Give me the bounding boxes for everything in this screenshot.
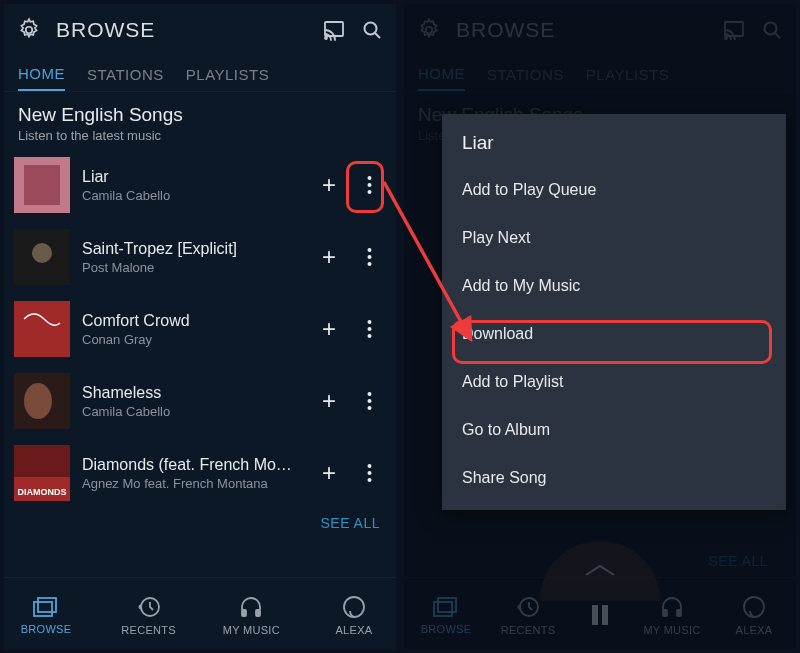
nav-recents[interactable]: RECENTS xyxy=(117,594,181,636)
more-options-button[interactable] xyxy=(352,168,386,202)
svg-point-21 xyxy=(367,392,371,396)
svg-rect-33 xyxy=(242,610,246,616)
svg-point-20 xyxy=(24,383,52,419)
context-menu-title: Liar xyxy=(442,130,786,166)
recents-icon xyxy=(136,594,162,620)
more-options-button[interactable] xyxy=(352,312,386,346)
song-meta: Comfort Crowd Conan Gray xyxy=(82,312,300,347)
topbar: BROWSE xyxy=(4,4,396,56)
svg-point-17 xyxy=(367,327,371,331)
more-options-button[interactable] xyxy=(352,456,386,490)
tab-playlists[interactable]: PLAYLISTS xyxy=(186,56,269,91)
svg-point-27 xyxy=(367,464,371,468)
svg-rect-15 xyxy=(14,301,70,357)
song-title: Liar xyxy=(82,168,300,186)
song-meta: Diamonds (feat. French Monta… Agnez Mo f… xyxy=(82,456,300,491)
tab-stations[interactable]: STATIONS xyxy=(87,56,164,91)
svg-rect-34 xyxy=(256,610,260,616)
svg-point-2 xyxy=(325,37,327,39)
song-artist: Camila Cabello xyxy=(82,404,300,419)
add-button[interactable]: + xyxy=(312,168,346,202)
svg-point-28 xyxy=(367,471,371,475)
list-item[interactable]: Comfort Crowd Conan Gray + xyxy=(4,293,396,365)
svg-line-4 xyxy=(375,33,380,38)
menu-item-add-playlist[interactable]: Add to Playlist xyxy=(442,358,786,406)
menu-item-add-queue[interactable]: Add to Play Queue xyxy=(442,166,786,214)
album-art xyxy=(14,229,70,285)
tabs: HOME STATIONS PLAYLISTS xyxy=(4,56,396,92)
svg-rect-31 xyxy=(38,598,56,612)
svg-point-9 xyxy=(367,190,371,194)
see-all-link[interactable]: SEE ALL xyxy=(4,509,396,533)
song-meta: Saint-Tropez [Explicit] Post Malone xyxy=(82,240,300,275)
list-item[interactable]: DIAMONDS Diamonds (feat. French Monta… A… xyxy=(4,437,396,509)
menu-item-add-mymusic[interactable]: Add to My Music xyxy=(442,262,786,310)
song-artist: Camila Cabello xyxy=(82,188,300,203)
song-artist: Agnez Mo feat. French Montana xyxy=(82,476,300,491)
svg-rect-30 xyxy=(34,602,52,616)
page-title: BROWSE xyxy=(56,18,308,42)
alexa-icon xyxy=(341,594,367,620)
svg-rect-6 xyxy=(24,165,60,205)
menu-item-go-album[interactable]: Go to Album xyxy=(442,406,786,454)
settings-icon[interactable] xyxy=(16,17,42,43)
svg-point-14 xyxy=(367,262,371,266)
cast-icon[interactable] xyxy=(322,18,346,42)
add-button[interactable]: + xyxy=(312,240,346,274)
song-list[interactable]: Liar Camila Cabello + Saint-Tropez [Expl… xyxy=(4,149,396,577)
headphones-icon xyxy=(238,594,264,620)
svg-point-12 xyxy=(367,248,371,252)
more-options-button[interactable] xyxy=(352,384,386,418)
svg-point-18 xyxy=(367,334,371,338)
nav-mymusic[interactable]: MY MUSIC xyxy=(219,594,283,636)
add-button[interactable]: + xyxy=(312,312,346,346)
more-options-button[interactable] xyxy=(352,240,386,274)
context-menu: Liar Add to Play Queue Play Next Add to … xyxy=(442,114,786,510)
menu-item-play-next[interactable]: Play Next xyxy=(442,214,786,262)
section-title: New English Songs xyxy=(18,104,382,126)
svg-point-8 xyxy=(367,183,371,187)
list-item[interactable]: Shameless Camila Cabello + xyxy=(4,365,396,437)
svg-point-13 xyxy=(367,255,371,259)
browse-icon xyxy=(32,595,60,619)
song-title: Shameless xyxy=(82,384,300,402)
svg-point-16 xyxy=(367,320,371,324)
svg-point-29 xyxy=(367,478,371,482)
menu-item-download[interactable]: Download xyxy=(442,310,786,358)
search-icon[interactable] xyxy=(360,18,384,42)
nav-alexa[interactable]: ALEXA xyxy=(322,594,386,636)
svg-point-23 xyxy=(367,406,371,410)
phone-left: BROWSE HOME STATIONS PLAYLISTS New xyxy=(4,4,396,649)
song-artist: Post Malone xyxy=(82,260,300,275)
list-item[interactable]: Saint-Tropez [Explicit] Post Malone + xyxy=(4,221,396,293)
add-button[interactable]: + xyxy=(312,384,346,418)
svg-point-3 xyxy=(365,23,377,35)
svg-text:DIAMONDS: DIAMONDS xyxy=(18,487,67,497)
svg-point-11 xyxy=(32,243,52,263)
album-art xyxy=(14,301,70,357)
menu-item-share[interactable]: Share Song xyxy=(442,454,786,502)
bottom-nav: BROWSE RECENTS MY MUSIC ALEXA xyxy=(4,577,396,649)
song-title: Diamonds (feat. French Monta… xyxy=(82,456,300,474)
list-item[interactable]: Liar Camila Cabello + xyxy=(4,149,396,221)
nav-browse[interactable]: BROWSE xyxy=(14,595,78,635)
svg-point-0 xyxy=(26,27,33,34)
album-art: DIAMONDS xyxy=(14,445,70,501)
song-title: Saint-Tropez [Explicit] xyxy=(82,240,300,258)
phone-right: BROWSE HOME STATIONS PLAYLISTS New Engli… xyxy=(404,4,796,649)
album-art xyxy=(14,373,70,429)
album-art xyxy=(14,157,70,213)
tab-home[interactable]: HOME xyxy=(18,56,65,91)
svg-point-7 xyxy=(367,176,371,180)
add-button[interactable]: + xyxy=(312,456,346,490)
section-subtitle: Listen to the latest music xyxy=(18,128,382,143)
svg-point-22 xyxy=(367,399,371,403)
svg-point-35 xyxy=(344,597,364,617)
song-meta: Shameless Camila Cabello xyxy=(82,384,300,419)
section-header: New English Songs Listen to the latest m… xyxy=(4,92,396,149)
song-title: Comfort Crowd xyxy=(82,312,300,330)
song-meta: Liar Camila Cabello xyxy=(82,168,300,203)
song-artist: Conan Gray xyxy=(82,332,300,347)
